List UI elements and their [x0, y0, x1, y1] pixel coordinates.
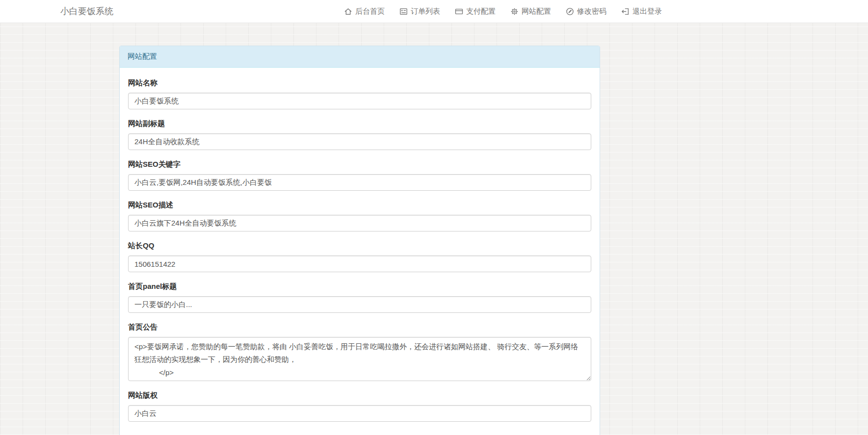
site-copyright-input[interactable] — [128, 405, 591, 422]
home-notice-textarea[interactable]: <p>要饭网承诺，您赞助的每一笔赞助款，将由 小白妥善吃饭，用于日常吃喝拉撒外，… — [128, 337, 591, 381]
seo-keywords-input[interactable] — [128, 174, 591, 191]
form-group-webmaster-qq: 站长QQ — [128, 241, 591, 272]
panel-title: 网站配置 — [128, 52, 157, 60]
nav-item-label: 网站配置 — [522, 7, 551, 16]
nav-item-payment[interactable]: 支付配置 — [455, 7, 496, 16]
form-group-home-panel-title: 首页panel标题 — [128, 282, 591, 313]
nav-item-orders[interactable]: 订单列表 — [399, 7, 440, 16]
seo-description-input[interactable] — [128, 215, 591, 231]
home-panel-title-label: 首页panel标题 — [128, 282, 591, 291]
site-name-input[interactable] — [128, 93, 591, 109]
seo-description-label: 网站SEO描述 — [128, 201, 591, 210]
site-name-label: 网站名称 — [128, 78, 591, 88]
nav-item-dashboard[interactable]: 后台首页 — [344, 7, 385, 16]
form-group-site-subtitle: 网站副标题 — [128, 119, 591, 150]
site-copyright-label: 网站版权 — [128, 391, 591, 400]
nav-item-label: 退出登录 — [632, 7, 662, 16]
edit-icon — [566, 7, 574, 16]
form-group-seo-keywords: 网站SEO关键字 — [128, 160, 591, 191]
order-list-icon — [399, 7, 408, 16]
home-notice-label: 首页公告 — [128, 323, 591, 332]
top-navbar: 小白要饭系统 后台首页 订单列表 — [0, 0, 868, 23]
site-subtitle-input[interactable] — [128, 133, 591, 150]
form-group-seo-description: 网站SEO描述 — [128, 201, 591, 231]
panel-heading: 网站配置 — [120, 46, 600, 68]
site-subtitle-label: 网站副标题 — [128, 119, 591, 128]
panel-body: 网站名称 网站副标题 网站SEO关键字 网站SEO描述 站长QQ 首页panel… — [120, 68, 600, 435]
nav-item-logout[interactable]: 退出登录 — [621, 7, 662, 16]
nav-menu: 后台首页 订单列表 支付配置 — [344, 7, 662, 16]
brand-title[interactable]: 小白要饭系统 — [60, 5, 113, 17]
site-config-panel: 网站配置 网站名称 网站副标题 网站SEO关键字 网站SEO描述 站长QQ 首页… — [119, 46, 600, 435]
gear-icon — [510, 7, 519, 16]
nav-item-label: 支付配置 — [466, 7, 496, 16]
form-group-site-copyright: 网站版权 — [128, 391, 591, 422]
nav-item-label: 后台首页 — [355, 7, 385, 16]
seo-keywords-label: 网站SEO关键字 — [128, 160, 591, 169]
home-panel-title-input[interactable] — [128, 296, 591, 313]
form-group-site-name: 网站名称 — [128, 78, 591, 109]
webmaster-qq-input[interactable] — [128, 256, 591, 272]
home-icon — [344, 7, 352, 16]
webmaster-qq-label: 站长QQ — [128, 241, 591, 251]
logout-icon — [621, 7, 630, 16]
form-group-home-notice: 首页公告 <p>要饭网承诺，您赞助的每一笔赞助款，将由 小白妥善吃饭，用于日常吃… — [128, 323, 591, 381]
credit-card-icon — [455, 7, 463, 16]
nav-item-change-password[interactable]: 修改密码 — [566, 7, 606, 16]
nav-item-label: 订单列表 — [411, 7, 440, 16]
nav-item-site-config[interactable]: 网站配置 — [510, 7, 551, 16]
nav-item-label: 修改密码 — [577, 7, 606, 16]
